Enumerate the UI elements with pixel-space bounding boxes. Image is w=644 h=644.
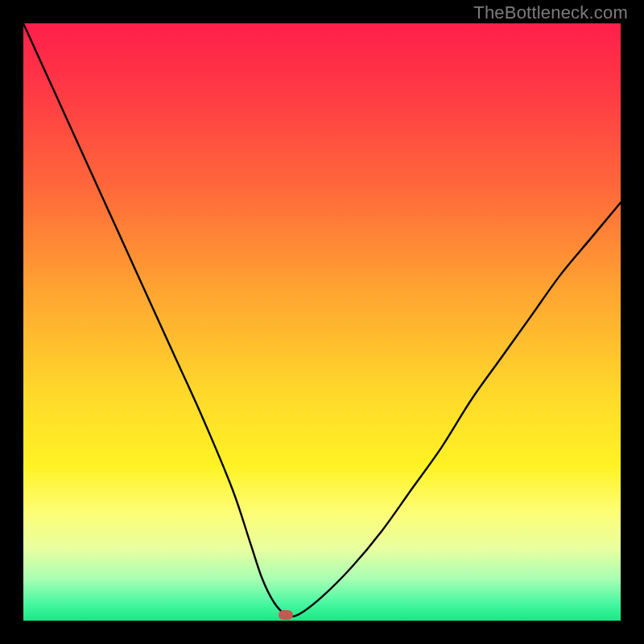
optimum-marker bbox=[279, 610, 293, 620]
bottleneck-curve bbox=[23, 23, 621, 621]
watermark-text: TheBottleneck.com bbox=[473, 2, 628, 23]
chart-stage: TheBottleneck.com bbox=[0, 0, 644, 644]
plot-area bbox=[23, 23, 621, 621]
